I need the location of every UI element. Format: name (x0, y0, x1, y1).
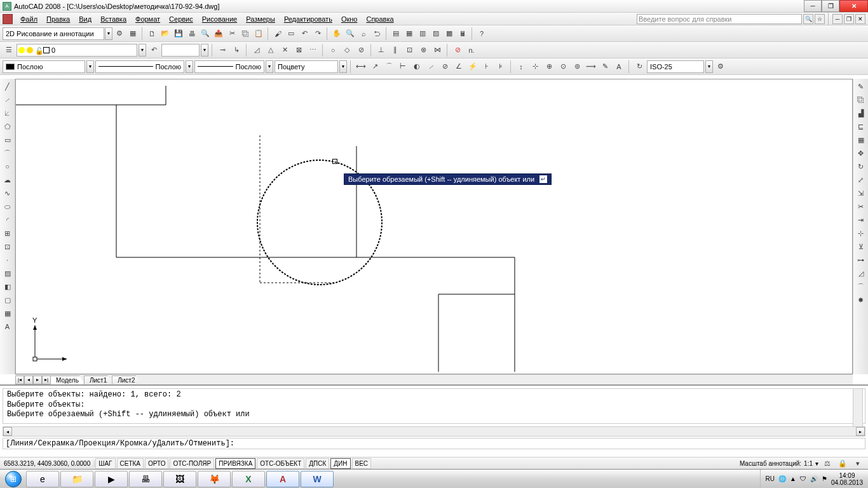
menu-file[interactable]: Файл (17, 14, 41, 24)
print-icon[interactable]: 🖶 (186, 27, 198, 40)
extend-icon[interactable]: ⇥ (855, 214, 867, 226)
break-icon[interactable]: ⊻ (855, 240, 867, 253)
taskbar-word-icon[interactable]: W (301, 471, 334, 487)
rotate-icon[interactable]: ↻ (855, 160, 867, 173)
status-toggle-отс-объект[interactable]: ОТС-ОБЪЕКТ (257, 458, 304, 469)
tab-next-icon[interactable]: ▸ (33, 376, 42, 384)
region-icon[interactable]: ▢ (1, 294, 14, 306)
markup-icon[interactable]: ▩ (443, 27, 456, 40)
tab-model[interactable]: Модель (50, 376, 85, 384)
tab-layout2[interactable]: Лист2 (112, 376, 140, 384)
dropdown-icon[interactable]: ▼ (201, 44, 208, 57)
explode-icon[interactable]: ✸ (855, 294, 867, 306)
zoom-realtime-icon[interactable]: 🔍 (344, 27, 356, 40)
centermark-icon[interactable]: ⊙ (557, 60, 569, 73)
jogged-linear-icon[interactable]: ⟿ (585, 60, 597, 73)
status-toggle-отс-поляр[interactable]: ОТС-ПОЛЯР (170, 458, 214, 469)
join-icon[interactable]: ⊶ (855, 254, 867, 266)
layer-manager-icon[interactable]: ☰ (3, 44, 15, 57)
tab-prev-icon[interactable]: ◂ (24, 376, 33, 384)
table-icon[interactable]: ▦ (1, 307, 14, 320)
dim-ordinate-icon[interactable]: ⊢ (397, 60, 409, 73)
dimstyle-selector[interactable]: ISO-25 (647, 60, 704, 73)
paste-icon[interactable]: 📋 (252, 27, 265, 40)
menu-dimension[interactable]: Размеры (242, 14, 279, 24)
match-prop-icon[interactable]: 🖌 (271, 27, 284, 40)
dropdown-icon[interactable]: ▼ (105, 27, 112, 40)
osnap-extension-icon[interactable]: ⋯ (306, 44, 319, 57)
spline-icon[interactable]: ∿ (1, 187, 14, 200)
array-icon[interactable]: ▦ (855, 133, 867, 146)
mtext-icon[interactable]: A (1, 320, 14, 333)
stretch-icon[interactable]: ⇲ (855, 187, 867, 200)
pan-icon[interactable]: ✋ (330, 27, 343, 40)
trim-icon[interactable]: ✂ (855, 200, 867, 213)
anno-visibility-icon[interactable]: ⚖ (821, 457, 834, 470)
lineweight-selector[interactable]: Послою (194, 60, 264, 73)
osnap-insert-icon[interactable]: ⊡ (403, 44, 416, 57)
open-icon[interactable]: 📂 (159, 27, 172, 40)
dropdown-icon[interactable]: ▾ (815, 460, 818, 467)
menu-help[interactable]: Справка (362, 14, 397, 24)
anno-scale-value[interactable]: 1:1 (804, 460, 813, 467)
dim-angular-icon[interactable]: ∠ (452, 60, 465, 73)
ellipse-arc-icon[interactable]: ◜ (1, 214, 14, 226)
taskbar-wmplayer-icon[interactable]: ▶ (95, 471, 128, 487)
dim-space-icon[interactable]: ↕ (515, 60, 527, 73)
lang-indicator[interactable]: RU (766, 475, 775, 482)
insert-block-icon[interactable]: ⊞ (1, 227, 14, 240)
doc-restore-button[interactable]: ❐ (844, 14, 854, 24)
minimize-button[interactable]: ─ (804, 0, 822, 12)
scroll-left-icon[interactable]: ◂ (3, 427, 12, 436)
scrollbar-horizontal[interactable]: ◂ ▸ (3, 426, 865, 437)
osnap-midpoint-icon[interactable]: △ (264, 44, 277, 57)
properties-icon[interactable]: ▤ (390, 27, 402, 40)
layer-selector[interactable]: 🔓 0 (17, 44, 137, 57)
offset-icon[interactable]: ⊑ (855, 120, 867, 133)
taskbar-hp-icon[interactable]: 🖶 (129, 471, 162, 487)
dim-continue-icon[interactable]: ⊧ (494, 60, 507, 73)
osnap-none-icon[interactable]: ⊘ (451, 44, 464, 57)
point-icon[interactable]: · (1, 254, 14, 266)
tray-network-icon[interactable]: 🌐 (778, 475, 786, 482)
copy-obj-icon[interactable]: ⿻ (855, 93, 867, 106)
menu-window[interactable]: Окно (337, 14, 362, 24)
taskbar-autocad-icon[interactable]: A (266, 471, 299, 487)
dropdown-icon[interactable]: ▼ (266, 60, 273, 73)
make-block-icon[interactable]: ⊡ (1, 240, 14, 253)
osnap-endpoint-icon[interactable]: ◿ (250, 44, 263, 57)
dim-baseline-icon[interactable]: ⊦ (480, 60, 493, 73)
close-button[interactable]: ✕ (839, 0, 868, 12)
status-toggle-шаг[interactable]: ШАГ (95, 458, 115, 469)
mirror-icon[interactable]: ▟ (855, 107, 867, 119)
dropdown-icon[interactable]: ▼ (705, 60, 713, 73)
revcloud-icon[interactable]: ☁ (1, 173, 14, 186)
tray-up-icon[interactable]: ▲ (790, 475, 796, 482)
restore-button[interactable]: ❐ (822, 0, 839, 12)
dropdown-icon[interactable]: ▼ (339, 60, 347, 73)
hatch-icon[interactable]: ▨ (1, 267, 14, 280)
plotstyle-selector[interactable]: Поцвету (275, 60, 338, 73)
copy-icon[interactable]: ⿻ (239, 27, 252, 40)
status-toggle-дпск[interactable]: ДПСК (306, 458, 329, 469)
taskbar-app-icon[interactable]: 🖼 (163, 471, 196, 487)
osnap-from-icon[interactable]: ↳ (230, 44, 243, 57)
line-icon[interactable]: ╱ (1, 80, 14, 93)
tray-volume-icon[interactable]: 🔊 (810, 475, 818, 482)
move-icon[interactable]: ✥ (855, 147, 867, 159)
search-icon[interactable]: 🔍 (803, 14, 813, 24)
block-editor-icon[interactable]: ▭ (285, 27, 297, 40)
menu-modify[interactable]: Редактировать (280, 14, 336, 24)
cut-icon[interactable]: ✂ (226, 27, 238, 40)
status-toggle-сетка[interactable]: СЕТКА (117, 458, 144, 469)
drawing-canvas[interactable]: Выберите обрезаемый (+Shift -- удлиняемы… (15, 79, 853, 374)
status-tray-icon[interactable]: ▾ (851, 457, 864, 470)
redo-icon[interactable]: ↷ (311, 27, 324, 40)
help-icon[interactable]: ? (475, 27, 488, 40)
publish-icon[interactable]: 📤 (212, 27, 225, 40)
arc-icon[interactable]: ⌒ (1, 147, 14, 159)
taskbar-explorer-icon[interactable]: 📁 (60, 471, 93, 487)
dropdown-icon[interactable]: ▼ (86, 60, 94, 73)
polygon-icon[interactable]: ⬠ (1, 120, 14, 133)
dropdown-icon[interactable]: ▼ (186, 60, 193, 73)
